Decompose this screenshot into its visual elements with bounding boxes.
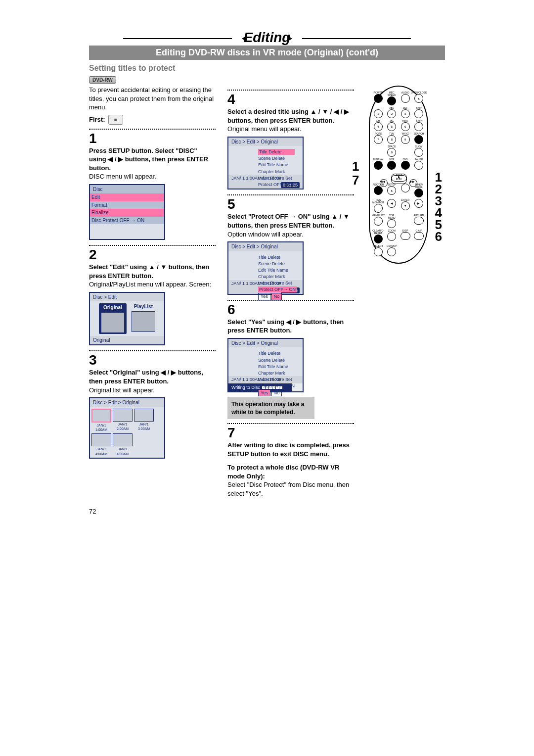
zoom-button-icon bbox=[387, 232, 396, 241]
power-button-icon bbox=[374, 94, 383, 103]
remote-diagram: POWER REC SPEED AUDIO OPEN/CLOSE▲ .1 ABC… bbox=[369, 86, 428, 264]
rec-otr-button-icon bbox=[374, 186, 383, 195]
enter-button-icon: ▼ bbox=[401, 201, 410, 210]
slow-button-icon bbox=[414, 148, 423, 157]
skip-next-icon bbox=[414, 122, 423, 131]
rec-monitor-button-icon bbox=[374, 204, 383, 213]
rec-speed-button-icon bbox=[387, 96, 396, 105]
vcr-button-icon bbox=[387, 161, 396, 170]
clear-button-icon bbox=[374, 235, 383, 243]
intro-text: To prevent accidental editing or erasing… bbox=[89, 86, 216, 112]
step-2-body: Original/PlayList menu will appear. Scre… bbox=[89, 280, 216, 289]
key-6-icon: 6 bbox=[401, 122, 410, 131]
section-title: Setting titles to protect bbox=[89, 64, 445, 73]
key-9-icon: 9 bbox=[401, 135, 410, 144]
return-button-icon bbox=[414, 217, 424, 225]
step-3-instruction: Select "Original" using ◀ / ▶ buttons, t… bbox=[89, 368, 216, 385]
menu-list-button-icon bbox=[374, 217, 383, 226]
key-1-icon: 1 bbox=[374, 109, 383, 118]
daf-button-icon bbox=[414, 232, 424, 240]
screen-disc-menu: Disc Edit Format Finalize Disc Protect O… bbox=[89, 184, 165, 240]
stop-icon bbox=[108, 115, 123, 125]
setup-button-icon: ▲ bbox=[387, 186, 396, 195]
callout-left-7: 7 bbox=[352, 174, 359, 187]
key-4-icon: 4 bbox=[374, 122, 383, 131]
step-1-body: DISC menu will appear. bbox=[89, 172, 216, 181]
step-7-number: 7 bbox=[227, 426, 354, 440]
callout-right-6: 6 bbox=[435, 230, 442, 243]
step-5-number: 5 bbox=[227, 197, 354, 211]
step-5-body: Option window will appear. bbox=[227, 230, 354, 239]
screen-original-menu-2: Disc > Edit > Original Title Delete Scen… bbox=[227, 241, 304, 295]
step-6-number: 6 bbox=[227, 303, 354, 317]
step-3-number: 3 bbox=[89, 353, 216, 367]
select-button-icon bbox=[374, 247, 383, 256]
cm-skip-button-icon bbox=[387, 247, 396, 256]
step-2-instruction: Select "Edit" using ▲ / ▼ buttons, then … bbox=[89, 263, 216, 280]
page-number: 72 bbox=[89, 508, 445, 515]
step-7-instruction: After writing to disc is completed, pres… bbox=[227, 441, 354, 458]
display-button-icon bbox=[374, 161, 383, 170]
dpad-icon: ▶PLAY STOP■ ◀◀ ▶▶ bbox=[379, 173, 418, 182]
key-5-icon: 5 bbox=[387, 122, 396, 131]
callout-left-1: 1 bbox=[352, 160, 359, 173]
timer-prog-button-icon bbox=[414, 189, 423, 197]
audio-button-icon bbox=[401, 94, 410, 103]
screen-original-menu-1: Disc > Edit > Original Title Delete Scen… bbox=[227, 137, 304, 190]
left-button-icon: ◀ bbox=[387, 199, 396, 208]
top-menu-button-icon bbox=[387, 219, 396, 228]
step-4-instruction: Select a desired title using ▲ / ▼ / ◀ /… bbox=[227, 107, 354, 125]
screen-edit-menu: Disc > Edit Original PlayList Original bbox=[89, 292, 165, 346]
whole-disc-body: Select "Disc Protect" from Disc menu, th… bbox=[227, 480, 354, 498]
step-1-number: 1 bbox=[89, 132, 216, 145]
key-8-icon: 8 bbox=[387, 135, 396, 144]
page-title: Editing bbox=[89, 30, 445, 46]
step-3-body: Original list will appear. bbox=[89, 386, 216, 395]
key-0-icon: 0 bbox=[387, 148, 396, 157]
screen-original-list: Disc > Edit > Original JAN/1 1:00AM JAN/… bbox=[89, 397, 165, 459]
page-subtitle: Editing DVD-RW discs in VR mode (Origina… bbox=[89, 46, 445, 60]
step-6-instruction: Select "Yes" using ◀ / ▶ buttons, then p… bbox=[227, 318, 354, 335]
disp-button-icon bbox=[400, 232, 410, 240]
open-close-button-icon: ▲ bbox=[414, 94, 423, 103]
dvd-rw-badge: DVD-RW bbox=[89, 76, 116, 84]
screen-original-menu-3: Disc > Edit > Original Title Delete Scen… bbox=[227, 338, 304, 392]
whole-disc-heading: To protect a whole disc (DVD-RW VR mode … bbox=[227, 463, 354, 480]
step-1-instruction: Press SETUP button. Select "DISC" using … bbox=[89, 146, 216, 173]
right-button-icon: ▶ bbox=[414, 199, 423, 208]
skip-prev-icon bbox=[414, 109, 423, 118]
completion-note: This operation may take a while to be co… bbox=[227, 397, 314, 419]
step-4-body: Original menu will appear. bbox=[227, 125, 354, 134]
dvd-button-icon bbox=[401, 161, 410, 170]
key-2-icon: 2 bbox=[387, 109, 396, 118]
search-button-icon bbox=[414, 135, 423, 144]
key-3-icon: 3 bbox=[401, 109, 410, 118]
pause-button-icon bbox=[414, 161, 423, 170]
key-7-icon: 7 bbox=[374, 135, 383, 144]
step-5-instruction: Select "Protect OFF → ON" using ▲ / ▼ bu… bbox=[227, 212, 354, 230]
step-2-number: 2 bbox=[89, 248, 216, 262]
first-label: First: bbox=[89, 115, 216, 125]
step-4-number: 4 bbox=[227, 93, 354, 106]
